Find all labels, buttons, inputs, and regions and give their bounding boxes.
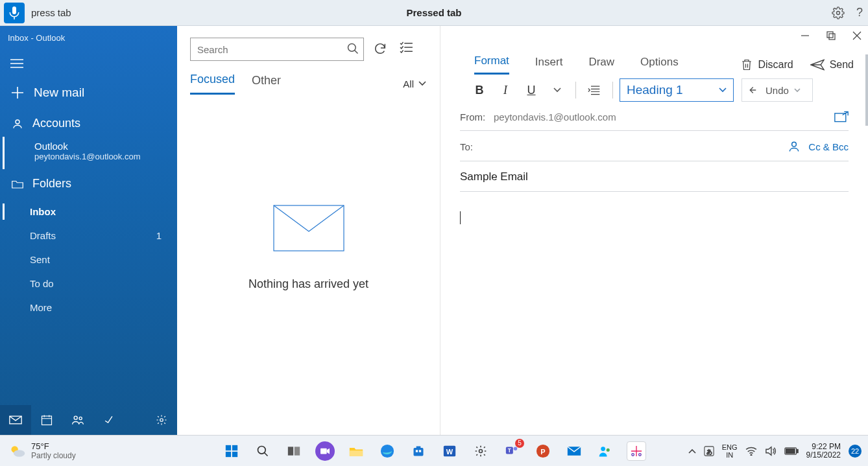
format-toolbar: B I U Heading 1 Undo: [440, 75, 868, 102]
text-caret: [460, 211, 461, 224]
language-indicator[interactable]: ENG IN: [722, 443, 738, 459]
email-body[interactable]: [460, 211, 849, 393]
scrollbar[interactable]: [865, 54, 868, 126]
svg-rect-21: [295, 447, 300, 455]
mic-button[interactable]: [4, 3, 25, 23]
popout-button[interactable]: [834, 111, 849, 122]
minimize-button[interactable]: [801, 31, 810, 40]
search-icon[interactable]: [346, 42, 359, 55]
app-teams[interactable]: T5: [502, 441, 522, 461]
discard-button[interactable]: Discard: [741, 58, 793, 71]
mail-app-icon[interactable]: [0, 405, 31, 435]
select-mode-button[interactable]: [399, 41, 413, 56]
app-snip[interactable]: [627, 441, 646, 461]
app-settings[interactable]: [471, 441, 490, 461]
new-mail-button[interactable]: New mail: [0, 76, 177, 109]
app-powerpoint[interactable]: P: [533, 441, 553, 461]
message-list-pane: Focused Other All Nothing has arrived ye…: [177, 26, 440, 435]
undo-button[interactable]: Undo: [741, 78, 813, 102]
search-box[interactable]: [190, 38, 364, 61]
underline-button[interactable]: U: [520, 79, 543, 101]
app-people[interactable]: [596, 441, 615, 461]
font-more-button[interactable]: [546, 79, 569, 101]
compose-tab-insert[interactable]: Insert: [535, 56, 563, 74]
tray-chevron[interactable]: [688, 449, 696, 454]
close-button[interactable]: [852, 31, 862, 40]
weather-widget[interactable]: 75°F Partly cloudy: [0, 441, 76, 460]
cc-bcc-button[interactable]: Cc & Bcc: [808, 141, 849, 152]
start-button[interactable]: [222, 441, 241, 461]
folder-label: Sent: [30, 254, 50, 265]
compose-tab-draw[interactable]: Draw: [588, 56, 614, 74]
search-input[interactable]: [197, 44, 340, 55]
maximize-button[interactable]: [826, 31, 836, 40]
folder-drafts[interactable]: Drafts 1: [0, 224, 177, 248]
style-select[interactable]: Heading 1: [620, 78, 734, 102]
folder-icon: [12, 180, 23, 189]
app-chat[interactable]: [315, 441, 335, 461]
hamburger-button[interactable]: [4, 51, 30, 76]
italic-button[interactable]: I: [494, 79, 517, 101]
clock[interactable]: 9:22 PM 9/15/2022: [806, 443, 841, 460]
svg-rect-23: [350, 450, 363, 456]
accounts-header[interactable]: Accounts: [0, 109, 177, 137]
svg-rect-15: [226, 445, 231, 450]
new-mail-label: New mail: [34, 86, 84, 100]
compose-tab-options[interactable]: Options: [640, 56, 679, 74]
subject-row[interactable]: Sample Email: [460, 170, 849, 192]
mail-icon: [567, 446, 581, 456]
people-app-icon[interactable]: [62, 405, 93, 435]
tray-wifi[interactable]: [745, 447, 757, 456]
svg-rect-47: [786, 449, 795, 453]
folder-more[interactable]: More: [0, 296, 177, 320]
filter-dropdown[interactable]: All: [403, 78, 427, 89]
task-view[interactable]: [284, 441, 304, 461]
app-word[interactable]: W: [440, 441, 459, 461]
app-edge[interactable]: [378, 441, 397, 461]
svg-point-12: [792, 142, 797, 146]
accounts-label: Accounts: [32, 117, 80, 130]
taskbar-search[interactable]: [253, 441, 272, 461]
app-mail[interactable]: [564, 441, 584, 461]
bold-button[interactable]: B: [468, 79, 491, 101]
todo-app-icon[interactable]: [93, 405, 125, 435]
settings-icon[interactable]: [832, 6, 845, 19]
account-item[interactable]: Outlook peytondavis.1@outlook.com: [3, 137, 177, 169]
sidebar-settings-icon[interactable]: [146, 405, 177, 435]
to-row[interactable]: To: Cc & Bcc: [460, 140, 849, 161]
compose-tab-format[interactable]: Format: [474, 54, 509, 75]
empty-text: Nothing has arrived yet: [248, 277, 368, 291]
tab-other[interactable]: Other: [252, 74, 281, 94]
calendar-icon: [41, 414, 53, 426]
folder-count: 1: [156, 230, 162, 241]
app-explorer[interactable]: [346, 441, 366, 461]
refresh-button[interactable]: [373, 41, 387, 56]
tray-battery[interactable]: [784, 447, 799, 455]
voice-command-bar: press tab Pressed tab ?: [0, 0, 868, 26]
folder-inbox[interactable]: Inbox: [0, 200, 177, 224]
calendar-app-icon[interactable]: [31, 405, 62, 435]
svg-point-34: [514, 447, 518, 450]
snip-icon: [631, 445, 642, 457]
help-icon[interactable]: ?: [856, 6, 863, 19]
folder-sent[interactable]: Sent: [0, 248, 177, 272]
account-name: Outlook: [34, 141, 165, 152]
to-label: To:: [460, 141, 494, 152]
folders-header[interactable]: Folders: [0, 169, 177, 197]
paragraph-button[interactable]: [583, 79, 606, 101]
send-button[interactable]: Send: [810, 59, 854, 71]
svg-point-40: [632, 453, 634, 456]
people-icon: [71, 415, 84, 425]
svg-point-1: [16, 120, 19, 124]
hamburger-icon: [10, 59, 23, 68]
undo-more[interactable]: [794, 88, 806, 93]
notification-badge[interactable]: 22: [849, 445, 862, 458]
svg-rect-25: [414, 448, 424, 456]
tray-ime[interactable]: あ: [704, 446, 714, 456]
separator: [612, 82, 613, 99]
app-store[interactable]: [409, 441, 428, 461]
folder-todo[interactable]: To do: [0, 272, 177, 296]
tray-volume[interactable]: [765, 446, 777, 456]
tab-focused[interactable]: Focused: [190, 73, 235, 95]
contacts-button[interactable]: [788, 140, 801, 153]
